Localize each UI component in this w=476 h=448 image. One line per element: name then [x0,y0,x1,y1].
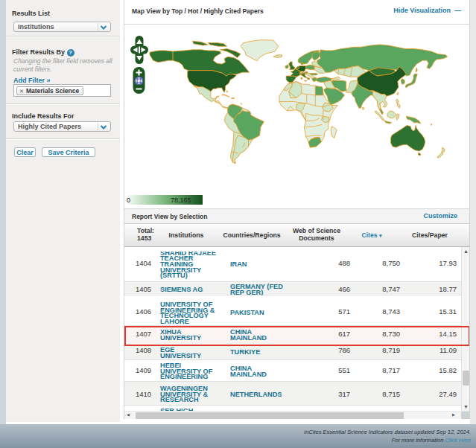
svg-text:78,165: 78,165 [171,196,191,204]
svg-text:0: 0 [127,196,130,204]
